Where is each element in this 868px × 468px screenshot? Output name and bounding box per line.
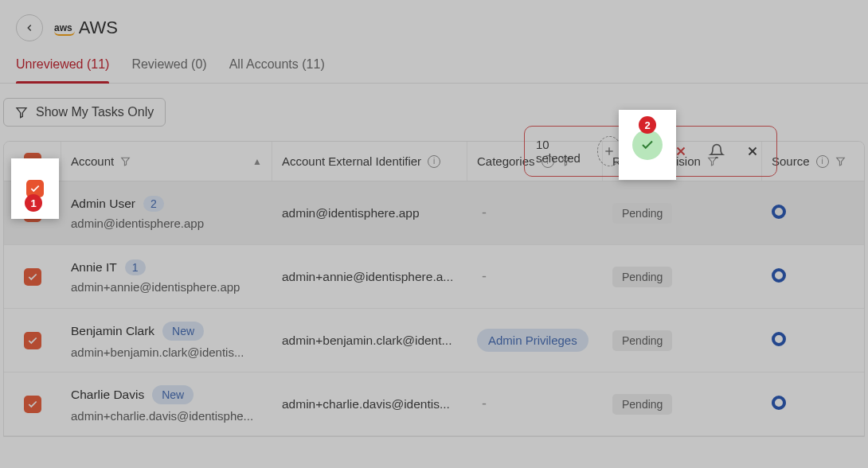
row-checkbox[interactable] — [24, 268, 41, 286]
decision-badge: Pending — [612, 203, 672, 224]
aws-logo-icon: aws — [54, 23, 72, 33]
external-id: admin+annie@identisphere.a... — [282, 270, 458, 284]
account-name: Annie IT — [71, 260, 117, 275]
account-name: Benjamin Clark — [71, 324, 154, 338]
info-icon[interactable]: i — [428, 155, 440, 168]
filter-icon — [120, 156, 131, 166]
table-row[interactable]: Benjamin Clark New admin+benjamin.clark@… — [4, 309, 864, 372]
tab-all-accounts[interactable]: All Accounts (11) — [229, 57, 325, 83]
filter-icon — [835, 156, 846, 166]
account-new-badge: New — [152, 385, 194, 404]
notify-button[interactable] — [705, 136, 729, 166]
info-icon[interactable]: i — [816, 155, 829, 168]
column-external-id-label: Account External Identifier — [282, 154, 421, 168]
category-empty: - — [477, 396, 487, 411]
column-account-label: Account — [71, 154, 114, 168]
external-id: admin@identisphere.app — [282, 206, 458, 220]
decision-badge: Pending — [612, 267, 672, 287]
close-icon — [745, 144, 760, 158]
row-checkbox[interactable] — [24, 332, 41, 349]
category-empty: - — [477, 268, 487, 284]
column-source[interactable]: Source i — [762, 142, 865, 181]
decision-badge: Pending — [612, 394, 672, 415]
chevron-left-icon — [24, 22, 35, 33]
page-header: aws AWS — [0, 0, 868, 49]
show-my-tasks-label: Show My Tasks Only — [36, 105, 154, 119]
account-email: admin+charlie.davis@identisphe... — [71, 409, 262, 423]
external-id: admin+charlie.davis@identis... — [282, 397, 458, 411]
tab-reviewed[interactable]: Reviewed (0) — [131, 57, 206, 83]
account-email: admin+annie@identisphere.app — [71, 280, 262, 294]
table-row[interactable]: Admin User 2 admin@identisphere.app admi… — [4, 181, 864, 245]
account-name: Admin User — [71, 197, 135, 211]
close-selection-button[interactable] — [741, 136, 765, 166]
check-icon — [640, 138, 655, 152]
category-chip[interactable]: Admin Privileges — [477, 329, 588, 352]
svg-marker-0 — [17, 108, 26, 118]
column-source-label: Source — [772, 154, 810, 168]
filter-icon — [15, 106, 28, 119]
table-row[interactable]: Charlie Davis New admin+charlie.davis@id… — [4, 372, 864, 436]
show-my-tasks-button[interactable]: Show My Tasks Only — [3, 98, 166, 127]
source-okta-icon — [772, 396, 786, 410]
account-count-badge: 2 — [143, 196, 164, 212]
tabs-bar: Unreviewed (11) Reviewed (0) All Account… — [0, 49, 868, 84]
account-count-badge: 1 — [125, 259, 146, 275]
account-name: Charlie Davis — [71, 388, 144, 402]
back-button[interactable] — [16, 14, 43, 41]
column-account[interactable]: Account ▲ — [61, 142, 272, 181]
app-title: AWS — [79, 18, 118, 38]
category-empty: - — [477, 205, 487, 220]
approve-button-spotlit[interactable] — [632, 130, 663, 160]
account-email: admin+benjamin.clark@identis... — [71, 345, 262, 359]
source-okta-icon — [772, 268, 786, 283]
account-new-badge: New — [162, 322, 204, 341]
app-logo: aws AWS — [54, 18, 118, 38]
external-id: admin+benjamin.clark@ident... — [282, 333, 458, 348]
tab-unreviewed[interactable]: Unreviewed (11) — [16, 57, 109, 83]
bell-icon — [709, 143, 725, 159]
selection-count: 10 selected — [536, 138, 586, 165]
decision-badge: Pending — [612, 330, 672, 351]
source-okta-icon — [772, 332, 786, 346]
x-icon — [674, 144, 688, 158]
svg-marker-10 — [836, 158, 844, 166]
tutorial-step-badge-1: 1 — [25, 194, 42, 212]
accounts-table: Account ▲ Account External Identifier i … — [3, 141, 865, 437]
tutorial-step-badge-2: 2 — [639, 116, 656, 134]
account-email: admin@identisphere.app — [71, 216, 262, 230]
source-okta-icon — [772, 205, 786, 219]
svg-marker-7 — [122, 158, 130, 166]
column-external-id[interactable]: Account External Identifier i — [272, 142, 467, 181]
row-checkbox[interactable] — [24, 396, 41, 413]
sort-asc-icon: ▲ — [252, 156, 262, 167]
plus-icon — [603, 145, 616, 158]
table-row[interactable]: Annie IT 1 admin+annie@identisphere.app … — [4, 245, 864, 309]
